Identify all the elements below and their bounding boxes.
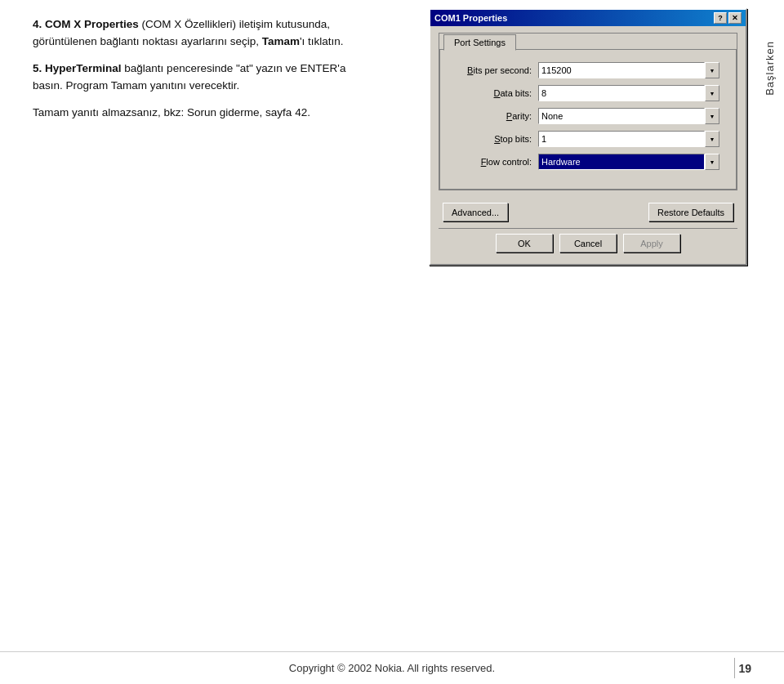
ok-button[interactable]: OK [496, 234, 553, 253]
apply-button[interactable]: Apply [623, 234, 680, 253]
parity-label: Parity: [457, 111, 538, 121]
ok-cancel-row: OK Cancel Apply [439, 228, 737, 256]
dialog-titlebar: COM1 Properties ? ✕ [430, 10, 746, 26]
right-column: Başlarken COM1 Properties ? ✕ Port Setti… [392, 0, 784, 684]
titlebar-buttons: ? ✕ [714, 12, 742, 24]
field-row-data-bits: Data bits: ▼ [457, 85, 719, 101]
stop-bits-dropdown[interactable]: ▼ [705, 131, 719, 147]
flow-control-label: Flow control: [457, 157, 538, 167]
parity-input[interactable] [538, 108, 705, 124]
flow-control-dropdown[interactable]: ▼ [705, 154, 719, 170]
field-row-flow-control: Flow control: ▼ [457, 154, 719, 170]
step-4-label-com: COM X Properties [45, 18, 139, 30]
advanced-restore-row: Advanced... Restore Defaults [439, 203, 737, 221]
data-bits-dropdown[interactable]: ▼ [705, 85, 719, 101]
field-row-parity: Parity: ▼ [457, 108, 719, 124]
data-bits-input[interactable] [538, 85, 705, 101]
parity-dropdown[interactable]: ▼ [705, 108, 719, 124]
bits-per-second-group: ▼ [538, 62, 719, 78]
stop-bits-label: Stop bits: [457, 134, 538, 144]
footer-divider [734, 658, 735, 678]
stop-bits-group: ▼ [538, 131, 719, 147]
copyright-text: Copyright © 2002 Nokia. All rights reser… [289, 662, 495, 674]
field-row-stop-bits: Stop bits: ▼ [457, 131, 719, 147]
step-5-number: 5. [33, 62, 42, 74]
data-bits-label: Data bits: [457, 88, 538, 98]
step-4-text2: 'ı tıklatın. [300, 35, 344, 47]
page-number: 19 [738, 662, 751, 675]
close-button[interactable]: ✕ [728, 12, 742, 24]
tab-control: Port Settings Bits per second: ▼ [439, 33, 737, 190]
data-bits-group: ▼ [538, 85, 719, 101]
dialog-title: COM1 Properties [434, 13, 507, 23]
bits-per-second-dropdown[interactable]: ▼ [705, 62, 719, 78]
step-4-label-tr: (COM X Özellikleri) [142, 18, 237, 30]
tab-header: Port Settings [439, 34, 737, 50]
sidebar-label: Başlarken [764, 41, 776, 96]
parity-group: ▼ [538, 108, 719, 124]
tab-port-settings[interactable]: Port Settings [443, 34, 516, 51]
step-5-hyper: HyperTerminal [45, 62, 122, 74]
help-button[interactable]: ? [714, 12, 727, 24]
bits-per-second-label: Bits per second: [457, 65, 538, 75]
step-5-text2: Tamam yanıtı almazsanız, bkz: Sorun gide… [33, 105, 368, 122]
step-4-number: 4. [33, 18, 42, 30]
tab-content: Bits per second: ▼ Data bits: [439, 49, 737, 190]
dialog-body: Port Settings Bits per second: ▼ [430, 26, 746, 264]
cancel-button[interactable]: Cancel [559, 234, 617, 253]
flow-control-group: ▼ [538, 154, 719, 170]
stop-bits-input[interactable] [538, 131, 705, 147]
restore-defaults-button[interactable]: Restore Defaults [648, 203, 733, 221]
step-4-tamam: Tamam [262, 35, 300, 47]
advanced-button[interactable]: Advanced... [443, 203, 508, 221]
footer: Copyright © 2002 Nokia. All rights reser… [0, 651, 784, 684]
com1-properties-dialog: COM1 Properties ? ✕ Port Settings [429, 8, 747, 266]
bits-per-second-input[interactable] [538, 62, 705, 78]
main-text-block: 4. COM X Properties (COM X Özellikleri) … [33, 16, 368, 132]
flow-control-input[interactable] [538, 154, 705, 170]
field-row-bits-per-second: Bits per second: ▼ [457, 62, 719, 78]
left-text-column: 4. COM X Properties (COM X Özellikleri) … [0, 0, 392, 684]
